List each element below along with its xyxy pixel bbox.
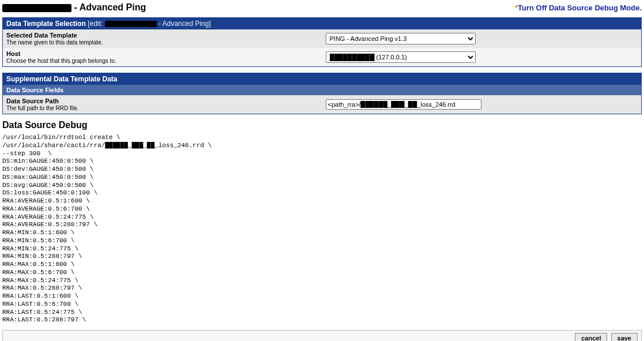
save-button[interactable]: save [611, 333, 638, 341]
selected-data-template-row: Selected Data Template The name given to… [3, 29, 642, 48]
page-title: - Advanced Ping [2, 2, 146, 13]
data-source-path-input[interactable] [326, 99, 481, 110]
supplemental-header: Supplemental Data Template Data [3, 73, 642, 85]
button-bar: cancel save [2, 330, 642, 341]
supplemental-panel: Supplemental Data Template Data Data Sou… [2, 73, 642, 114]
page-title-suffix: - Advanced Ping [71, 2, 146, 12]
data-source-fields-header: Data Source Fields [3, 85, 642, 95]
host-help: Choose the host that this graph belongs … [6, 58, 116, 64]
redacted-host-name [2, 4, 71, 12]
section-heading-sub: [edit: - Advanced Ping] [86, 20, 211, 28]
host-row: Host Choose the host that this graph bel… [3, 48, 642, 67]
cancel-button[interactable]: cancel [575, 333, 607, 341]
debug-mode-toggle-wrap: *Turn Off Data Source Debug Mode. [515, 3, 642, 12]
data-source-debug-title: Data Source Debug [2, 120, 642, 130]
data-template-selection-header: Data Template Selection [edit: - Advance… [3, 18, 642, 30]
debug-mode-link[interactable]: Turn Off Data Source Debug Mode. [518, 3, 642, 12]
supplemental-heading-text: Supplemental Data Template Data [3, 73, 642, 85]
data-source-path-help: The full path to the RRD file. [6, 105, 79, 111]
data-source-debug-output: /usr/local/bin/rrdtool create \ /usr/loc… [2, 134, 642, 324]
host-select[interactable]: ██████████ (127.0.0.1) [326, 51, 476, 63]
page-header: - Advanced Ping *Turn Off Data Source De… [2, 2, 642, 13]
redacted-edit-name [105, 21, 157, 27]
data-template-selection-panel: Data Template Selection [edit: - Advance… [2, 17, 642, 67]
data-source-fields-text: Data Source Fields [3, 85, 642, 95]
data-source-path-label: Data Source Path [6, 98, 319, 104]
section-heading-text: Data Template Selection [6, 20, 86, 28]
selected-template-help: The name given to this data template. [6, 39, 103, 46]
data-source-path-row: Data Source Path The full path to the RR… [3, 95, 642, 114]
selected-template-label: Selected Data Template [6, 32, 319, 39]
selected-template-select[interactable]: PING - Advanced Ping v1.3 [326, 33, 476, 44]
host-label: Host [6, 50, 319, 57]
